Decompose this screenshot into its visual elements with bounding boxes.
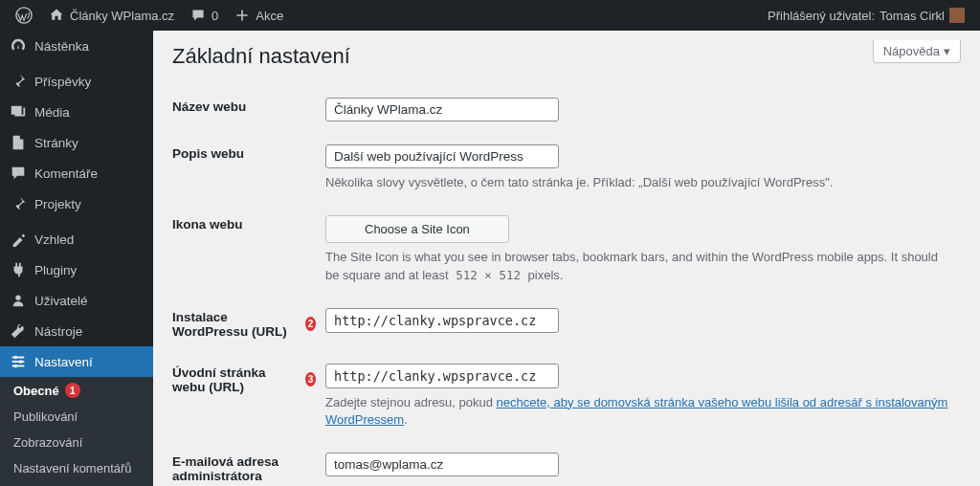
pin-icon xyxy=(10,73,27,90)
comment-count: 0 xyxy=(212,9,218,23)
tools-icon xyxy=(10,322,27,340)
admin-email-input[interactable] xyxy=(325,453,559,476)
site-icon-label: Ikona webu xyxy=(172,204,325,297)
user-name: Tomas Cirkl xyxy=(880,9,945,23)
wp-url-input[interactable] xyxy=(325,308,559,333)
sidebar-item-label: Nastavení xyxy=(34,355,93,369)
help-label: Nápověda xyxy=(883,44,940,58)
page-header: Základní nastavení Nápověda ▾ xyxy=(172,31,961,86)
tagline-desc: Několika slovy vysvětlete, o čem tato st… xyxy=(325,174,951,192)
wp-logo-menu[interactable] xyxy=(8,0,40,31)
sidebar-item-media[interactable]: Média xyxy=(0,97,153,127)
settings-icon xyxy=(10,353,27,370)
svg-point-7 xyxy=(14,364,18,368)
site-url-badge: 3 xyxy=(305,372,316,387)
my-account-menu[interactable]: Přihlášený uživatel: Tomas Cirkl xyxy=(760,0,972,31)
new-content-label: Akce xyxy=(256,9,283,23)
wp-url-label: Instalace WordPressu (URL) xyxy=(172,310,298,339)
sidebar-item-plugin[interactable]: Pluginy xyxy=(0,254,153,285)
svg-point-5 xyxy=(14,356,18,360)
tagline-label: Popis webu xyxy=(172,133,325,204)
sidebar-item-label: Uživatelé xyxy=(34,294,88,308)
site-title-input[interactable] xyxy=(325,98,559,122)
plus-icon xyxy=(234,7,251,24)
main-content: Základní nastavení Nápověda ▾ Název webu… xyxy=(153,31,980,486)
sidebar-item-label: Projekty xyxy=(34,197,81,211)
site-url-desc: Zadejte stejnou adresu, pokud nechcete, … xyxy=(325,394,951,431)
wordpress-icon xyxy=(15,7,33,24)
submenu-item[interactable]: Média xyxy=(0,481,153,486)
choose-site-icon-button[interactable]: Choose a Site Icon xyxy=(325,215,509,243)
sidebar-item-pin[interactable]: Příspěvky xyxy=(0,66,153,97)
sidebar-item-page[interactable]: Stránky xyxy=(0,127,153,158)
sidebar-item-label: Pluginy xyxy=(34,263,77,277)
sidebar-item-label: Média xyxy=(34,105,70,120)
svg-point-1 xyxy=(15,296,20,300)
appearance-icon xyxy=(10,231,27,248)
site-icon-desc: The Site Icon is what you see in browser… xyxy=(325,249,951,285)
sidebar-item-label: Vzhled xyxy=(34,232,74,247)
admin-bar: Články WPlama.cz 0 Akce Přihlášený uživa… xyxy=(0,0,980,31)
avatar xyxy=(949,8,965,23)
chevron-down-icon: ▾ xyxy=(944,44,950,58)
site-name-menu[interactable]: Články WPlama.cz xyxy=(40,0,182,31)
sidebar-item-dashboard[interactable]: Nástěnka xyxy=(0,31,153,61)
admin-bar-right: Přihlášený uživatel: Tomas Cirkl xyxy=(760,0,972,31)
sidebar-item-user[interactable]: Uživatelé xyxy=(0,285,153,316)
settings-submenu: Obecné1PublikováníZobrazováníNastavení k… xyxy=(0,377,153,486)
dashboard-icon xyxy=(10,37,27,55)
media-icon xyxy=(10,103,27,121)
home-icon xyxy=(48,7,65,24)
site-title-label: Název webu xyxy=(172,86,325,133)
comments-menu[interactable]: 0 xyxy=(182,0,226,31)
settings-form: Název webu Popis webu Několika slovy vys… xyxy=(172,86,961,486)
plugin-icon xyxy=(10,261,27,278)
site-url-label: Úvodní stránka webu (URL) xyxy=(172,365,298,394)
logged-in-prefix: Přihlášený uživatel: xyxy=(768,9,875,23)
pin-icon xyxy=(10,195,27,212)
update-badge: 1 xyxy=(65,383,80,398)
sidebar-item-settings[interactable]: Nastavení xyxy=(0,346,153,377)
sidebar-item-pin[interactable]: Projekty xyxy=(0,188,153,219)
sidebar-item-label: Nástroje xyxy=(34,324,82,339)
submenu-item[interactable]: Zobrazování xyxy=(0,430,153,455)
sidebar-item-label: Komentáře xyxy=(34,166,98,181)
admin-sidebar: NástěnkaPříspěvkyMédiaStránkyKomentářePr… xyxy=(0,31,153,486)
tagline-input[interactable] xyxy=(325,144,559,168)
page-title: Základní nastavení xyxy=(172,40,350,86)
submenu-item[interactable]: Obecné1 xyxy=(0,377,153,404)
sidebar-item-comment[interactable]: Komentáře xyxy=(0,158,153,188)
comment-icon xyxy=(10,165,27,182)
sidebar-item-label: Příspěvky xyxy=(34,75,91,89)
sidebar-item-label: Stránky xyxy=(34,136,78,150)
sidebar-item-tools[interactable]: Nástroje xyxy=(0,316,153,346)
user-icon xyxy=(10,292,27,309)
comment-icon xyxy=(189,7,207,24)
site-name-label: Články WPlama.cz xyxy=(70,9,174,23)
svg-point-6 xyxy=(19,360,23,364)
new-content-menu[interactable]: Akce xyxy=(226,0,291,31)
admin-email-desc: Tato e-mailová adresa bude použita pouze… xyxy=(325,482,951,486)
page-icon xyxy=(10,134,27,151)
sidebar-item-label: Nástěnka xyxy=(34,39,89,54)
admin-email-label: E-mailová adresa administrátora xyxy=(172,441,325,486)
site-url-input[interactable] xyxy=(325,364,559,388)
submenu-item[interactable]: Nastavení komentářů xyxy=(0,455,153,481)
submenu-item[interactable]: Publikování xyxy=(0,404,153,430)
sidebar-item-appearance[interactable]: Vzhled xyxy=(0,224,153,254)
wp-url-badge: 2 xyxy=(305,317,316,331)
admin-bar-left: Články WPlama.cz 0 Akce xyxy=(8,0,291,31)
help-tab[interactable]: Nápověda ▾ xyxy=(873,40,961,63)
